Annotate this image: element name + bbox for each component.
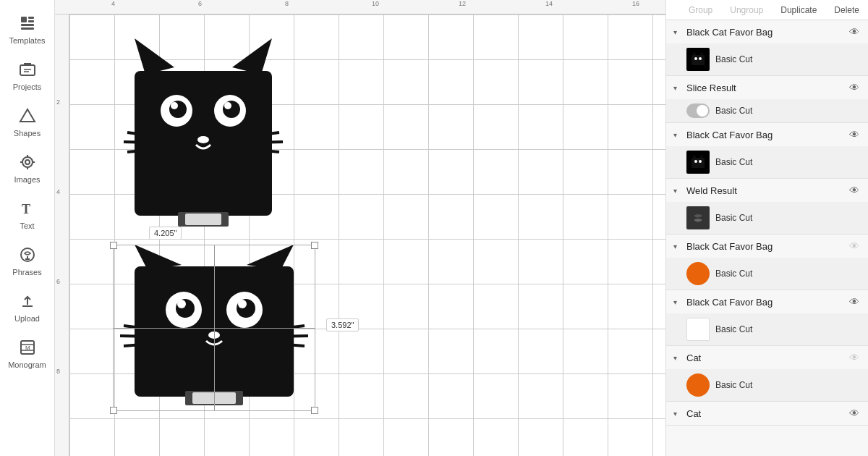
layer-group-1: ▾ Black Cat Favor Bag 👁 Basic Cut	[666, 20, 868, 76]
sidebar-item-templates[interactable]: Templates	[0, 6, 54, 52]
layer-header-3[interactable]: ▾ Black Cat Favor Bag 👁	[666, 123, 868, 146]
images-icon	[17, 152, 38, 172]
svg-point-9	[22, 157, 33, 167]
layer-header-2[interactable]: ▾ Slice Result 👁	[666, 76, 868, 99]
chevron-icon-7: ▾	[673, 354, 682, 362]
eye-icon-7[interactable]: 👁	[848, 352, 861, 363]
svg-marker-27	[232, 38, 272, 75]
svg-rect-60	[192, 392, 236, 404]
ruler-tick-10: 10	[372, 0, 379, 7]
layer-item-4-1[interactable]: Basic Cut	[666, 202, 868, 234]
layer-item-5-1[interactable]: Basic Cut	[666, 258, 868, 290]
chevron-icon-3: ▾	[673, 131, 682, 139]
sidebar-item-monogram-label: Monogram	[8, 360, 46, 369]
sidebar-item-projects[interactable]: Projects	[0, 52, 54, 98]
chevron-icon-2: ▾	[673, 84, 682, 92]
group-button[interactable]: Group	[686, 4, 715, 17]
svg-rect-0	[21, 17, 27, 22]
svg-marker-44	[135, 245, 182, 270]
duplicate-button[interactable]: Duplicate	[778, 4, 820, 17]
ruler-tick-8: 8	[285, 0, 289, 7]
layer-header-1[interactable]: ▾ Black Cat Favor Bag 👁	[666, 20, 868, 43]
templates-icon	[17, 13, 38, 33]
ruler-top: 4 6 8 10 12 14 16	[55, 0, 665, 14]
dimension-width-value: 4.205"	[154, 229, 176, 237]
canvas[interactable]: 4.205"	[69, 14, 665, 456]
dimension-label-height: 3.592"	[326, 318, 359, 332]
chevron-icon-1: ▾	[673, 28, 682, 36]
ruler-vtick-4: 4	[56, 188, 60, 195]
sidebar-item-monogram[interactable]: M Monogram	[0, 330, 54, 376]
layer-header-6[interactable]: ▾ Black Cat Favor Bag 👁	[666, 290, 868, 313]
svg-marker-45	[247, 245, 294, 270]
chevron-icon-8: ▾	[673, 410, 682, 418]
ruler-tick-12: 12	[459, 0, 466, 7]
phrases-icon	[17, 245, 38, 265]
projects-icon	[17, 59, 38, 80]
layer-group-4: ▾ Weld Result 👁 Basic Cut	[666, 179, 868, 235]
svg-rect-5	[20, 65, 35, 75]
layer-item-7-1[interactable]: Basic Cut	[666, 369, 868, 401]
eye-icon-1[interactable]: 👁	[848, 26, 861, 38]
svg-line-57	[239, 336, 308, 337]
eye-icon-5[interactable]: 👁	[848, 240, 861, 252]
svg-marker-62	[693, 52, 697, 55]
layer-header-4[interactable]: ▾ Weld Result 👁	[666, 179, 868, 202]
eye-icon-2[interactable]: 👁	[848, 82, 861, 93]
svg-point-51	[238, 300, 247, 308]
svg-text:M: M	[25, 345, 30, 351]
svg-rect-42	[185, 214, 221, 225]
svg-rect-2	[28, 20, 34, 22]
layer-item-label-6-1: Basic Cut	[715, 324, 752, 334]
layer-title-3: Black Cat Favor Bag	[686, 130, 843, 140]
thumb-2-1	[686, 104, 710, 118]
svg-point-32	[171, 102, 178, 109]
sidebar-item-text[interactable]: T Text	[0, 191, 54, 237]
sidebar-item-images[interactable]: Images	[0, 145, 54, 191]
layer-group-8: ▾ Cat 👁	[666, 402, 868, 426]
layer-item-6-1[interactable]: Basic Cut	[666, 313, 868, 345]
thumb-3-1	[686, 151, 710, 174]
sidebar-item-phrases-label: Phrases	[12, 268, 41, 276]
text-icon: T	[17, 198, 38, 219]
svg-marker-67	[693, 155, 697, 158]
layer-item-label-7-1: Basic Cut	[715, 380, 752, 390]
ungroup-button[interactable]: Ungroup	[727, 4, 766, 17]
svg-rect-1	[28, 17, 34, 19]
eye-icon-6[interactable]: 👁	[848, 296, 861, 308]
layer-group-7: ▾ Cat 👁 Basic Cut	[666, 346, 868, 402]
chevron-icon-4: ▾	[673, 187, 682, 195]
eye-icon-3[interactable]: 👁	[848, 129, 861, 140]
eye-icon-8[interactable]: 👁	[848, 408, 861, 419]
sidebar-item-shapes[interactable]: Shapes	[0, 98, 54, 145]
ruler-tick-14: 14	[545, 0, 553, 7]
layer-title-1: Black Cat Favor Bag	[686, 27, 843, 38]
eye-icon-4[interactable]: 👁	[848, 185, 861, 196]
layer-item-1-1[interactable]: Basic Cut	[666, 43, 868, 75]
sidebar-item-phrases[interactable]: Phrases	[0, 237, 54, 284]
layer-header-7[interactable]: ▾ Cat 👁	[666, 346, 868, 369]
thumb-1-1	[686, 48, 710, 71]
monogram-icon: M	[17, 337, 38, 358]
svg-point-65	[699, 57, 702, 60]
layer-item-2-1[interactable]: Basic Cut	[666, 99, 868, 122]
sidebar-item-upload[interactable]: Upload	[0, 284, 54, 330]
dimension-height-value: 3.592"	[331, 321, 354, 329]
upload-icon	[17, 291, 38, 311]
sidebar-item-upload-label: Upload	[14, 314, 40, 323]
cat-bottom-selected[interactable]	[113, 245, 315, 411]
sidebar-item-images-label: Images	[14, 175, 40, 184]
main-area: 4 6 8 10 12 14 16 2 4 6 8	[55, 0, 665, 456]
layer-group-6: ▾ Black Cat Favor Bag 👁 Basic Cut	[666, 290, 868, 346]
shapes-icon	[17, 106, 38, 126]
svg-point-33	[224, 102, 231, 109]
svg-point-64	[694, 57, 697, 60]
delete-button[interactable]: Delete	[831, 4, 862, 17]
right-panel: Group Ungroup Duplicate Delete ▾ Black C…	[665, 0, 868, 456]
layer-header-8[interactable]: ▾ Cat 👁	[666, 402, 868, 425]
layer-title-6: Black Cat Favor Bag	[686, 297, 843, 308]
svg-point-50	[177, 300, 186, 308]
layer-item-3-1[interactable]: Basic Cut	[666, 146, 868, 178]
chevron-icon-6: ▾	[673, 298, 682, 306]
layer-header-5[interactable]: ▾ Black Cat Favor Bag 👁	[666, 235, 868, 258]
